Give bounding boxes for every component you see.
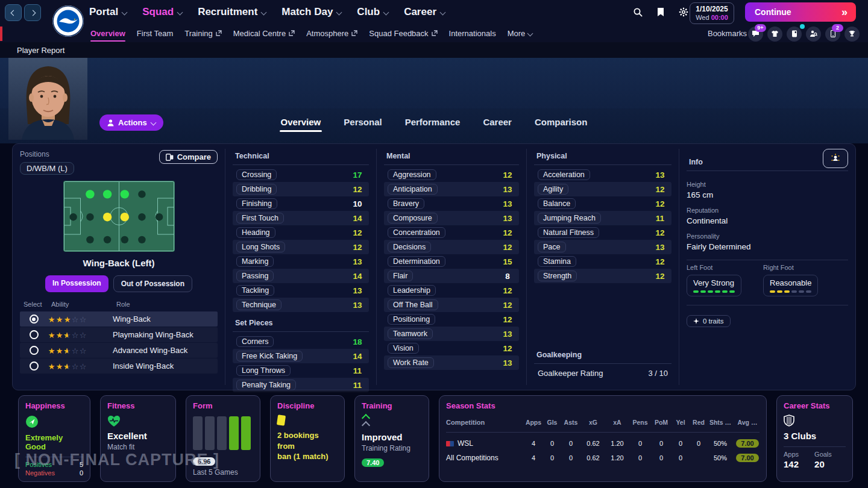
attr-vision: Vision12 — [384, 341, 519, 355]
sub-nav-more[interactable]: More — [508, 24, 533, 42]
pitch-dot-off — [121, 236, 128, 243]
pitch-dot-off — [86, 236, 93, 243]
nav-menu-recruitment[interactable]: Recruitment — [198, 6, 266, 18]
role-row-inside-wing-back[interactable]: ★★☆★☆☆Inside Wing-Back — [20, 358, 218, 374]
attr-tackling: Tackling13 — [233, 283, 369, 298]
training-title: Training — [362, 401, 422, 410]
attr-free-kick-taking: Free Kick Taking14 — [233, 349, 369, 363]
competition-flag-icon — [446, 441, 454, 446]
in-possession-toggle[interactable]: In Possession — [45, 275, 108, 292]
pitch-dot-sel — [102, 213, 111, 221]
foot-bar — [784, 290, 790, 293]
forward-button[interactable] — [24, 4, 41, 21]
pitch-dot-off — [155, 213, 162, 221]
training-sub: Training Rating — [362, 444, 422, 452]
bookmark-icon[interactable] — [657, 8, 664, 17]
stat-value: 0.62 — [581, 440, 605, 447]
tab-performance[interactable]: Performance — [404, 113, 462, 133]
nav-menu-club[interactable]: Club — [357, 6, 388, 18]
sub-nav-internationals[interactable]: Internationals — [449, 24, 496, 42]
tab-personal[interactable]: Personal — [342, 113, 383, 133]
stat-value: 1.20 — [605, 454, 629, 461]
technical-section: Technical Crossing17Dribbling12Finishing… — [225, 144, 376, 390]
positions-value-chip: D/WB/M (L) — [20, 162, 74, 175]
role-radio[interactable] — [30, 361, 39, 371]
scouting-icon[interactable] — [806, 27, 821, 42]
training-card[interactable]: Training Improved Training Rating 7.40 — [354, 395, 429, 482]
transfer-card-icon[interactable] — [787, 27, 802, 42]
attr-teamwork: Teamwork13 — [384, 327, 519, 341]
attr-aggression: Aggression12 — [384, 167, 519, 182]
search-icon[interactable] — [634, 8, 643, 17]
sub-nav-medical-centre[interactable]: Medical Centre — [233, 24, 295, 42]
season-stats-header: CompetitionAppsGlsAstsxGxAPensPoMYelRedS… — [446, 415, 760, 430]
sub-nav-bar: OverviewFirst TeamTrainingMedical Centre… — [0, 24, 868, 43]
gear-icon[interactable] — [679, 7, 688, 17]
stat-value: 0 — [544, 454, 561, 461]
sub-nav-training[interactable]: Training — [184, 24, 221, 42]
career-stats-title: Career Stats — [784, 401, 846, 410]
game-date[interactable]: 1/10/2025 Wed 00:00 — [690, 2, 734, 24]
attr-crossing: Crossing17 — [233, 167, 369, 182]
compare-button[interactable]: Compare — [159, 150, 218, 164]
role-name: Advanced Wing-Back — [113, 346, 218, 355]
stat-col-pens: Pens — [629, 419, 651, 426]
role-name: Inside Wing-Back — [113, 361, 218, 371]
role-ability-stars: ★★☆★☆☆ — [48, 361, 113, 372]
messages-icon[interactable]: 9+ — [748, 27, 763, 42]
discipline-card[interactable]: Discipline 2 bookings fromban (1 match) — [270, 395, 345, 482]
role-row-wing-back[interactable]: ★★★☆☆Wing-Back — [20, 311, 218, 327]
role-radio[interactable] — [30, 330, 39, 339]
season-stats-card[interactable]: Season Stats CompetitionAppsGlsAstsxGxAP… — [439, 395, 767, 482]
personality-label: Personality — [687, 233, 848, 240]
pitch-dot-off — [138, 190, 145, 198]
stat-col-gls: Gls — [544, 419, 561, 426]
sub-nav-overview[interactable]: Overview — [90, 24, 125, 42]
discipline-title: Discipline — [277, 401, 338, 410]
stat-value: 0.62 — [581, 454, 605, 461]
attr-work-rate: Work Rate13 — [384, 355, 519, 370]
attr-penalty-taking: Penalty Taking11 — [233, 378, 369, 392]
stat-col-pom: PoM — [651, 419, 671, 426]
sub-nav-squad-feedback[interactable]: Squad Feedback — [369, 24, 437, 42]
role-radio[interactable] — [30, 346, 39, 355]
player-header: Marisa Olislagers Defender/Wing-Back, Mi… — [0, 58, 868, 108]
stat-col-competition: Competition — [446, 419, 523, 426]
role-row-playmaking-wing-back[interactable]: ★★☆★☆☆Playmaking Wing-Back — [20, 327, 218, 342]
tab-career[interactable]: Career — [482, 113, 513, 133]
attr-long-throws: Long Throws11 — [233, 363, 369, 378]
phone-icon[interactable]: 2 — [825, 27, 840, 42]
stat-value: 0 — [651, 440, 671, 447]
nav-menu-squad[interactable]: Squad — [142, 6, 182, 18]
player-profile-icon[interactable] — [823, 149, 848, 168]
career-stats-card[interactable]: Career Stats 3 Clubs Apps142 Goals20 — [776, 395, 853, 482]
tab-comparison[interactable]: Comparison — [533, 113, 589, 133]
form-bar — [193, 416, 203, 450]
goalkeeping-heading: Goalkeeping — [534, 349, 671, 364]
sub-nav-first-team[interactable]: First Team — [137, 24, 173, 42]
nav-menu-match-day[interactable]: Match Day — [281, 6, 341, 18]
stat-value: 0 — [690, 440, 708, 447]
traits-chip[interactable]: 0 traits — [687, 315, 731, 327]
attr-balance: Balance12 — [534, 196, 671, 211]
role-row-advanced-wing-back[interactable]: ★★☆★☆☆Advanced Wing-Back — [20, 343, 218, 358]
stat-value: 50% — [708, 440, 733, 447]
foot-bar — [708, 290, 713, 293]
info-section: Info Height 165 cm Reputation Continenta… — [679, 144, 855, 390]
tab-overview[interactable]: Overview — [280, 113, 322, 133]
attr-jumping-reach: Jumping Reach11 — [534, 211, 671, 225]
sub-nav-atmosphere[interactable]: Atmosphere — [306, 24, 357, 42]
back-button[interactable] — [5, 4, 22, 21]
trophy-icon[interactable] — [844, 27, 860, 42]
nav-menu-career[interactable]: Career — [404, 6, 445, 18]
continue-label: Continue — [755, 7, 791, 17]
nav-menu-portal[interactable]: Portal — [89, 6, 127, 18]
brighton-club-crest[interactable] — [52, 5, 84, 37]
top-bar: PortalSquadRecruitmentMatch DayClubCaree… — [0, 0, 868, 24]
stat-value: 0 — [671, 440, 690, 447]
role-radio[interactable] — [30, 314, 39, 324]
continue-button[interactable]: Continue » — [745, 2, 856, 22]
out-of-possession-toggle[interactable]: Out of Possession — [113, 275, 192, 292]
season-stats-title: Season Stats — [446, 401, 760, 410]
shirt-icon[interactable] — [767, 27, 782, 42]
